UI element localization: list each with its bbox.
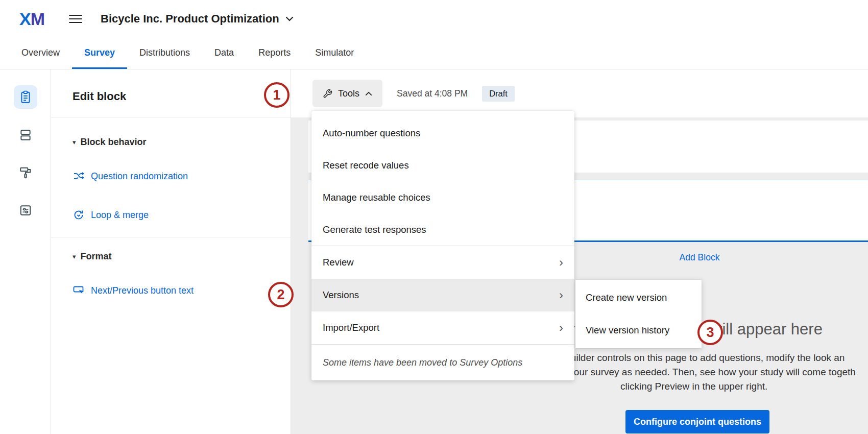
link-next-previous-button-text[interactable]: Next/Previous button text <box>73 284 291 297</box>
blocks-icon <box>19 128 32 141</box>
tools-menu: Auto-number questions Reset recode value… <box>311 111 574 380</box>
link-question-randomization[interactable]: Question randomization <box>73 170 291 182</box>
chevron-up-icon <box>365 91 372 96</box>
annotation-circle-2: 2 <box>268 282 294 307</box>
tools-button-label: Tools <box>338 88 359 99</box>
sliders-icon <box>19 204 32 217</box>
tab-simulator[interactable]: Simulator <box>303 38 366 69</box>
chevron-right-icon: › <box>559 289 563 301</box>
divider <box>51 117 291 117</box>
survey-toolbar: Tools Saved at 4:08 PM Draft <box>291 69 868 117</box>
menu-item-manage-reusable-choices[interactable]: Manage reusable choices <box>311 181 574 213</box>
logo-letter-x: X <box>19 9 31 29</box>
shuffle-icon <box>73 170 85 182</box>
project-nav-tabs: Overview Survey Distributions Data Repor… <box>0 38 868 69</box>
edit-block-panel: Edit block ▾ Block behavior Question ran… <box>51 69 291 434</box>
triangle-down-icon: ▾ <box>73 253 76 260</box>
section-block-behavior[interactable]: ▾ Block behavior <box>73 137 291 148</box>
menu-item-review[interactable]: Review › <box>311 246 574 279</box>
panel-title: Edit block <box>73 90 291 103</box>
tab-survey[interactable]: Survey <box>72 38 127 69</box>
tab-overview[interactable]: Overview <box>9 38 72 69</box>
versions-submenu: Create new version View version history <box>575 280 702 348</box>
submenu-item-create-new-version[interactable]: Create new version <box>575 281 702 314</box>
button-cursor-icon <box>73 284 85 297</box>
logo-letter-m: M <box>31 9 44 29</box>
rail-item-builder[interactable] <box>14 85 37 109</box>
tab-data[interactable]: Data <box>202 38 246 69</box>
chevron-down-icon <box>285 16 294 22</box>
paint-roller-icon <box>19 166 32 179</box>
menu-item-import-export[interactable]: Import/Export › <box>311 311 574 344</box>
annotation-circle-1: 1 <box>264 82 290 108</box>
clipboard-list-icon <box>19 90 32 104</box>
configure-conjoint-questions-button[interactable]: Configure conjoint questions <box>625 410 769 433</box>
xm-logo[interactable]: X M <box>19 9 44 29</box>
annotation-circle-3: 3 <box>697 320 723 345</box>
tab-distributions[interactable]: Distributions <box>127 38 202 69</box>
link-loop-and-merge[interactable]: Loop & merge <box>73 209 291 221</box>
app-header: X M Bicycle Inc. Product Optimization <box>0 0 868 38</box>
menu-item-versions[interactable]: Versions › <box>311 279 574 311</box>
page: { "header": { "logo_x": "X", "logo_m": "… <box>0 0 868 434</box>
project-title-dropdown[interactable]: Bicycle Inc. Product Optimization <box>101 12 294 26</box>
add-block-button[interactable]: Add Block <box>677 252 722 263</box>
wrench-icon <box>323 89 332 99</box>
autosave-status: Saved at 4:08 PM <box>397 88 468 99</box>
rail-item-survey-options[interactable] <box>14 199 37 222</box>
menu-item-reset-recode-values[interactable]: Reset recode values <box>311 149 574 181</box>
divider <box>51 237 291 237</box>
empty-state-text: clicking Preview in the upper right. <box>620 381 767 392</box>
chevron-right-icon: › <box>559 322 563 334</box>
section-format[interactable]: ▾ Format <box>73 251 291 262</box>
triangle-down-icon: ▾ <box>73 138 76 146</box>
survey-canvas: Tools Saved at 4:08 PM Draft Add Block Y… <box>291 69 868 434</box>
hamburger-menu-icon[interactable] <box>69 12 82 26</box>
builder-icon-rail <box>0 69 51 434</box>
rail-item-survey-flow[interactable] <box>14 123 37 147</box>
tools-button[interactable]: Tools <box>312 80 382 107</box>
menu-item-auto-number-questions[interactable]: Auto-number questions <box>311 117 574 149</box>
menu-footer-note: Some items have been moved to Survey Opt… <box>311 345 574 380</box>
rail-item-look-and-feel[interactable] <box>14 161 37 184</box>
project-title: Bicycle Inc. Product Optimization <box>101 12 279 26</box>
tab-reports[interactable]: Reports <box>246 38 303 69</box>
submenu-item-view-version-history[interactable]: View version history <box>575 314 702 347</box>
status-badge: Draft <box>482 86 515 102</box>
chevron-right-icon: › <box>559 256 563 269</box>
menu-item-generate-test-responses[interactable]: Generate test responses <box>311 213 574 246</box>
loop-icon <box>73 209 85 221</box>
